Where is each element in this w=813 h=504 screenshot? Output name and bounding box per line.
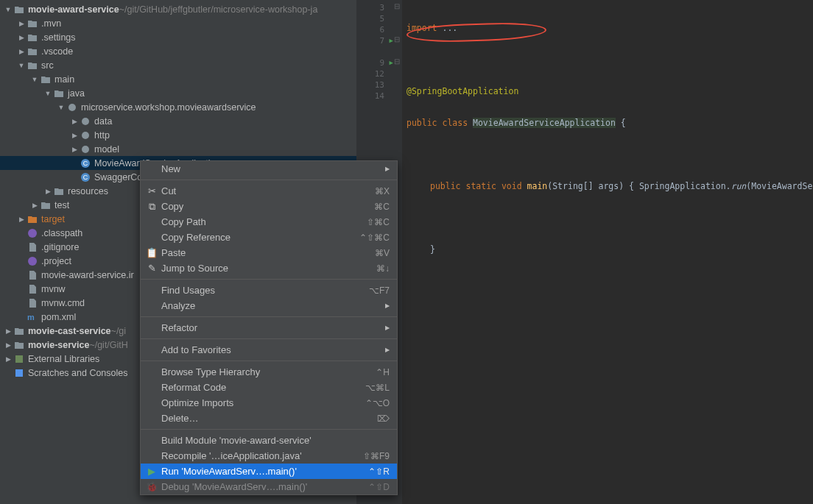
fold-mark[interactable]: ⊟ (392, 57, 402, 68)
tree-label: movie-cast-service (28, 326, 111, 336)
menu-item[interactable]: Build Module 'movie-award-service' (141, 433, 397, 448)
tree-node[interactable]: ▼src (0, 58, 356, 72)
keyword: public static void (430, 181, 527, 191)
menu-item[interactable]: Reformat Code⌥⌘L (141, 380, 397, 395)
copy-icon: ⧉ (145, 201, 158, 213)
folder-icon (27, 32, 38, 43)
menu-item[interactable]: Analyze (141, 298, 397, 313)
menu-item[interactable]: ✂Cut⌘X (141, 183, 397, 199)
menu-shortcut: ⌥⌘L (365, 383, 390, 393)
tree-node[interactable]: ▶.settings (0, 30, 356, 44)
fold-mark[interactable]: ⊟ (392, 2, 402, 13)
menu-shortcut: ⌃⇧⌘C (359, 233, 390, 243)
chevron-icon[interactable]: ▼ (56, 104, 66, 111)
menu-item[interactable]: 🐞Debug 'MovieAwardServ….main()'⌃⇧D (141, 479, 397, 494)
fold-mark[interactable]: ⊟ (392, 35, 402, 46)
svg-point-2 (82, 132, 89, 139)
chevron-icon[interactable]: ▼ (43, 90, 53, 97)
folder-dot-icon (27, 46, 38, 57)
fold-mark[interactable] (392, 68, 402, 79)
tree-label: src (41, 60, 54, 71)
context-menu[interactable]: New✂Cut⌘X⧉Copy⌘CCopy Path⇧⌘CCopy Referen… (140, 160, 398, 495)
svg-point-1 (82, 118, 89, 125)
brace: { (616, 118, 626, 128)
chevron-icon[interactable]: ▶ (3, 355, 13, 363)
chevron-icon[interactable]: ▼ (16, 62, 27, 69)
chevron-icon[interactable]: ▶ (3, 341, 13, 349)
menu-label: Copy (158, 201, 374, 212)
menu-shortcut: ⌃H (376, 367, 390, 377)
menu-item[interactable]: New (141, 161, 397, 177)
chevron-icon[interactable]: ▶ (16, 34, 27, 41)
file-icon (27, 241, 38, 253)
menu-label: Cut (158, 185, 375, 196)
tree-label: model (94, 144, 119, 155)
tree-node[interactable]: ▶model (0, 142, 356, 156)
chevron-icon[interactable]: ▶ (16, 216, 27, 223)
fold-mark[interactable] (392, 13, 402, 24)
menu-shortcut: ⌃⇧R (368, 466, 390, 477)
svg-rect-11 (15, 355, 23, 363)
chevron-icon[interactable]: ▶ (3, 327, 13, 335)
menu-label: Copy Path (158, 216, 367, 227)
menu-item[interactable]: Browse Type Hierarchy⌃H (141, 364, 397, 380)
menu-separator (141, 316, 397, 317)
chevron-icon[interactable]: ▼ (29, 76, 40, 83)
menu-label: Debug 'MovieAwardServ….main()' (158, 481, 368, 492)
fold-mark[interactable] (392, 46, 402, 57)
params: (String[] args) { SpringApplication. (547, 181, 731, 191)
chevron-icon[interactable]: ▶ (43, 188, 53, 195)
code-editor[interactable]: 35679121314 ⊟⊟⊟ import ... @SpringBootAp… (356, 0, 813, 504)
svg-point-8 (28, 229, 37, 238)
tree-path: ~/git/GitH (89, 340, 127, 350)
tree-label: .settings (41, 32, 76, 43)
tree-node[interactable]: ▶.mvn (0, 16, 356, 30)
menu-shortcut: ⌥F7 (369, 285, 390, 296)
code-area[interactable]: import ... @SpringBootApplication public… (402, 0, 813, 504)
menu-label: Reformat Code (158, 382, 365, 393)
menu-separator (141, 429, 397, 430)
menu-item[interactable]: ⧉Copy⌘C (141, 199, 397, 214)
menu-item[interactable]: Add to Favorites (141, 342, 397, 358)
menu-item[interactable]: Delete…⌦ (141, 411, 397, 426)
menu-item[interactable]: Copy Path⇧⌘C (141, 214, 397, 230)
svg-point-9 (28, 257, 37, 266)
menu-item[interactable]: Optimize Imports⌃⌥O (141, 395, 397, 411)
fold-mark[interactable] (392, 79, 402, 90)
chevron-icon[interactable]: ▶ (69, 118, 80, 125)
class-icon: C (80, 157, 91, 169)
menu-item[interactable]: ▶Run 'MovieAwardServ….main()'⌃⇧R (141, 464, 397, 479)
menu-item[interactable]: Recompile '…iceApplication.java'⇧⌘F9 (141, 448, 397, 464)
menu-separator (141, 338, 397, 339)
tree-path: ~/git/GitHub/jeffgbutler/microservice-wo… (119, 4, 318, 15)
menu-label: Jump to Source (158, 263, 376, 274)
static-call: run (731, 181, 747, 191)
chevron-icon[interactable]: ▶ (69, 146, 80, 153)
chevron-icon[interactable]: ▶ (16, 20, 27, 27)
chevron-icon[interactable]: ▶ (29, 202, 40, 209)
tree-node[interactable]: ▶data (0, 114, 356, 128)
menu-item[interactable]: 📋Paste⌘V (141, 245, 397, 260)
chevron-icon[interactable]: ▼ (3, 6, 13, 13)
package-icon (80, 143, 91, 155)
menu-label: Find Usages (158, 285, 369, 296)
tree-node[interactable]: ▼main (0, 72, 356, 86)
file-icon (27, 297, 38, 309)
menu-item[interactable]: ✎Jump to Source⌘↓ (141, 260, 397, 276)
menu-item[interactable]: Refactor (141, 320, 397, 336)
tree-node[interactable]: ▼microservice.workshop.movieawardservice (0, 100, 356, 114)
chevron-icon[interactable]: ▶ (69, 132, 80, 139)
folder-icon (13, 4, 25, 15)
tree-node[interactable]: ▶http (0, 128, 356, 142)
tree-node[interactable]: ▼java (0, 86, 356, 100)
tree-node[interactable]: ▼movie-award-service ~/git/GitHub/jeffgb… (0, 2, 356, 16)
fold-mark[interactable] (392, 90, 402, 102)
tree-node[interactable]: ▶.vscode (0, 44, 356, 58)
chevron-icon[interactable]: ▶ (16, 48, 27, 55)
menu-item[interactable]: Find Usages⌥F7 (141, 283, 397, 298)
tree-label: movie-service (28, 340, 89, 350)
folder-src-icon (40, 74, 52, 85)
fold-mark[interactable] (392, 24, 402, 35)
menu-item[interactable]: Copy Reference⌃⇧⌘C (141, 230, 397, 245)
line-number: 14 (356, 90, 392, 102)
